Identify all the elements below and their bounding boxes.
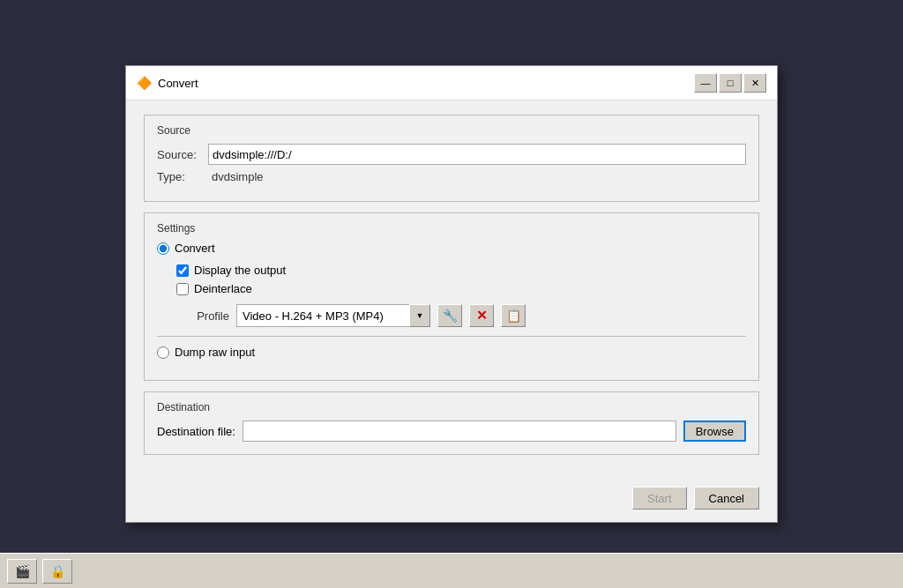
destination-section-label: Destination <box>157 401 746 413</box>
dump-radio[interactable] <box>157 346 169 359</box>
settings-section: Settings Convert Display the output Dein… <box>144 212 759 381</box>
convert-dialog: 🔶 Convert — □ ✕ Source Source: Type: dvd… <box>125 65 778 523</box>
destination-label: Destination file: <box>157 425 235 438</box>
deinterlace-row: Deinterlace <box>176 282 746 295</box>
taskbar-btn-2[interactable]: 🔒 <box>42 559 72 584</box>
minimize-button[interactable]: — <box>694 73 717 93</box>
deinterlace-label: Deinterlace <box>194 282 252 295</box>
type-label: Type: <box>157 170 201 183</box>
display-output-label: Display the output <box>194 264 286 277</box>
source-field-row: Source: <box>157 144 746 165</box>
type-value: dvdsimple <box>212 170 264 183</box>
display-output-row: Display the output <box>176 264 746 277</box>
settings-divider <box>157 336 746 337</box>
dump-radio-row: Dump raw input <box>157 346 746 359</box>
source-section: Source Source: Type: dvdsimple <box>144 115 759 202</box>
source-input[interactable] <box>208 144 746 165</box>
convert-radio-row: Convert <box>157 242 746 255</box>
delete-icon: ✕ <box>476 308 488 324</box>
convert-radio[interactable] <box>157 242 169 255</box>
destination-input[interactable] <box>243 421 676 442</box>
start-button[interactable]: Start <box>632 487 686 510</box>
destination-section: Destination Destination file: Browse <box>144 391 759 455</box>
type-field-row: Type: dvdsimple <box>157 170 746 183</box>
deinterlace-checkbox[interactable] <box>176 283 189 295</box>
browse-button[interactable]: Browse <box>683 421 746 442</box>
source-label: Source: <box>157 148 201 161</box>
title-bar: 🔶 Convert — □ ✕ <box>126 66 777 100</box>
new-profile-icon: 📋 <box>506 309 521 323</box>
dialog-footer: Start Cancel <box>126 480 777 522</box>
source-section-label: Source <box>157 124 746 137</box>
profile-label: Profile <box>176 309 229 323</box>
display-output-checkbox[interactable] <box>176 264 189 277</box>
maximize-button[interactable]: □ <box>719 73 742 93</box>
profile-select[interactable]: Video - H.264 + MP3 (MP4) Video - H.265 … <box>236 304 430 327</box>
delete-profile-button[interactable]: ✕ <box>469 304 494 327</box>
vlc-icon: 🔶 <box>137 76 151 90</box>
dump-radio-label: Dump raw input <box>175 346 255 359</box>
wrench-icon: 🔧 <box>443 309 458 323</box>
convert-radio-label: Convert <box>175 242 215 255</box>
window-controls: — □ ✕ <box>694 73 766 93</box>
profile-row: Profile Video - H.264 + MP3 (MP4) Video … <box>176 304 746 327</box>
destination-row: Destination file: Browse <box>157 421 746 442</box>
new-profile-button[interactable]: 📋 <box>501 304 526 327</box>
profile-select-wrapper: Video - H.264 + MP3 (MP4) Video - H.265 … <box>236 304 430 327</box>
edit-profile-button[interactable]: 🔧 <box>437 304 462 327</box>
taskbar: 🎬 🔒 <box>0 553 903 588</box>
settings-section-label: Settings <box>157 222 746 234</box>
convert-options: Display the output Deinterlace Profile V… <box>176 264 746 327</box>
close-button[interactable]: ✕ <box>743 73 766 93</box>
cancel-button[interactable]: Cancel <box>694 487 759 510</box>
taskbar-btn-1[interactable]: 🎬 <box>7 559 37 584</box>
dialog-content: Source Source: Type: dvdsimple Settings … <box>126 100 777 480</box>
dialog-title: Convert <box>158 77 687 90</box>
